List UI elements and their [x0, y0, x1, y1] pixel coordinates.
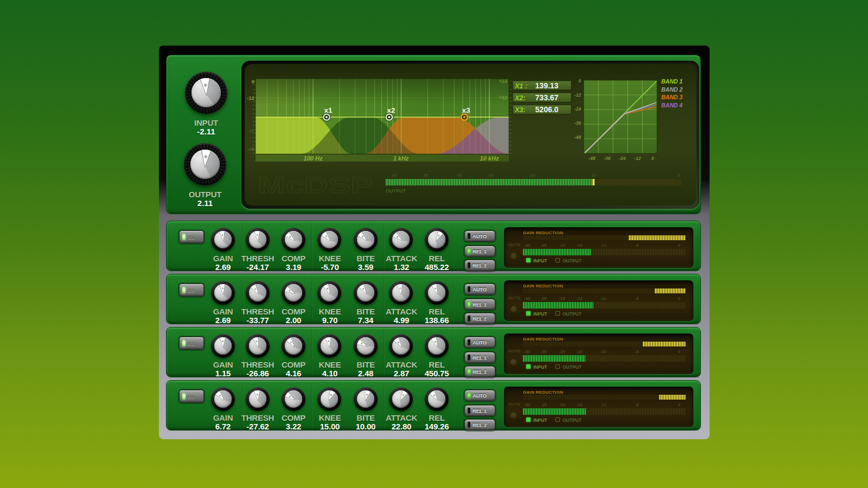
svg-text:+24: +24: [499, 79, 507, 84]
svg-text:-36: -36: [247, 129, 254, 134]
svg-text:-48: -48: [575, 134, 582, 140]
svg-text:100 Hz: 100 Hz: [304, 155, 323, 162]
svg-text:0: 0: [252, 79, 254, 85]
svg-text:-30: -30: [487, 173, 494, 178]
svg-text:733.67: 733.67: [535, 93, 559, 102]
svg-text:BAND 1: BAND 1: [661, 78, 682, 85]
svg-text:-50: -50: [422, 173, 429, 178]
svg-text:-40: -40: [456, 173, 462, 178]
svg-text:10 kHz: 10 kHz: [480, 155, 499, 162]
svg-text:-36: -36: [604, 156, 611, 161]
svg-text:0: 0: [678, 173, 681, 178]
svg-text:-24: -24: [619, 156, 626, 161]
svg-text:-60: -60: [391, 173, 397, 178]
svg-text:X3:: X3:: [514, 106, 525, 114]
svg-text:-36: -36: [575, 120, 582, 126]
svg-text:5206.0: 5206.0: [535, 105, 559, 114]
svg-text:0: 0: [652, 156, 654, 161]
svg-text:0: 0: [578, 78, 581, 84]
svg-text:X1 :: X1 :: [514, 82, 527, 90]
svg-text:-20: -20: [529, 173, 535, 178]
svg-text:-24: -24: [575, 106, 582, 112]
svg-text:1 kHz: 1 kHz: [393, 155, 409, 162]
svg-text:-12: -12: [634, 156, 641, 161]
svg-text:OUTPUT: OUTPUT: [386, 188, 406, 194]
svg-text:-48: -48: [589, 156, 596, 161]
svg-text:BAND 2: BAND 2: [661, 86, 682, 93]
svg-text:McDSP: McDSP: [258, 172, 373, 198]
svg-text:BAND 3: BAND 3: [661, 94, 682, 100]
svg-text:-12: -12: [575, 92, 582, 98]
svg-text:-48: -48: [247, 146, 254, 152]
svg-text:+12: +12: [499, 95, 507, 100]
svg-text:139.13: 139.13: [535, 81, 559, 90]
svg-text:X2:: X2:: [514, 94, 525, 102]
svg-text:BAND 4: BAND 4: [661, 102, 682, 108]
svg-text:-12: -12: [247, 95, 254, 101]
svg-text:-10: -10: [590, 173, 596, 178]
